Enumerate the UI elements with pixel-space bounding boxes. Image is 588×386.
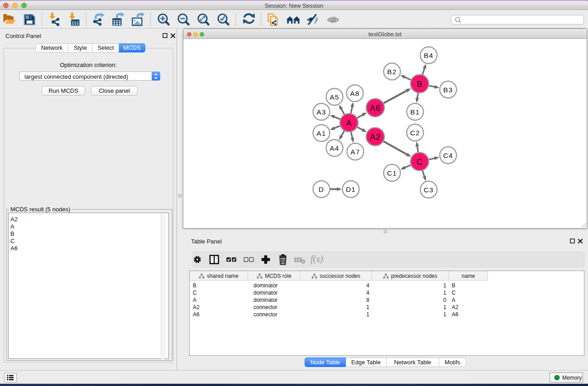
svg-text:A5: A5 <box>330 93 339 101</box>
svg-text:A2: A2 <box>370 133 381 142</box>
svg-text:D: D <box>319 186 324 193</box>
svg-text:A1: A1 <box>316 129 326 137</box>
svg-text:A3: A3 <box>316 108 326 116</box>
svg-text:B: B <box>416 80 422 89</box>
svg-text:D1: D1 <box>346 186 356 193</box>
svg-text:A7: A7 <box>350 148 360 156</box>
svg-text:A8: A8 <box>350 90 359 97</box>
svg-text:C2: C2 <box>410 129 420 137</box>
svg-text:A: A <box>346 119 352 128</box>
svg-text:C1: C1 <box>387 169 397 177</box>
svg-text:B4: B4 <box>424 52 433 59</box>
svg-text:B1: B1 <box>410 108 420 116</box>
svg-text:C4: C4 <box>443 152 453 159</box>
svg-text:B2: B2 <box>387 68 397 76</box>
svg-text:A4: A4 <box>330 144 339 152</box>
svg-text:C3: C3 <box>424 186 434 194</box>
svg-text:B3: B3 <box>443 86 453 94</box>
svg-text:C: C <box>416 157 423 167</box>
svg-text:A6: A6 <box>370 104 381 113</box>
